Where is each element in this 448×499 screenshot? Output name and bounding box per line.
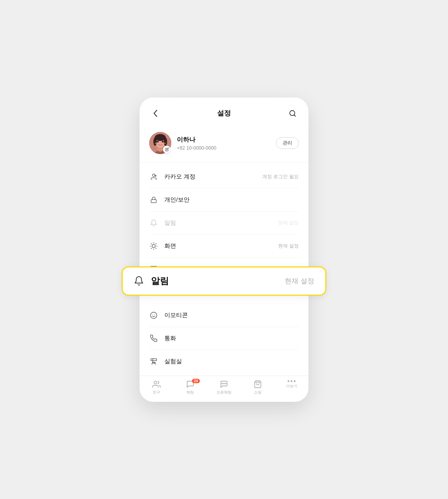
svg-point-9 [157,141,159,142]
nav-item-more[interactable]: 더보기 [275,380,308,395]
svg-rect-17 [151,200,156,203]
alarm-label: 알림 [151,275,169,287]
friends-icon [152,380,161,388]
avatar-wrapper [149,132,171,154]
privacy-label: 개인/보안 [164,196,190,204]
svg-point-18 [152,244,155,247]
profile-phone: +82 10-0000-0000 [177,145,276,151]
lab-icon [149,357,158,366]
sun-icon [149,242,158,251]
settings-header: 설정 [140,98,308,126]
openchat-nav-label: 오픈채팅 [216,390,232,395]
svg-point-34 [222,383,223,384]
shop-icon [254,380,262,388]
call-label: 통화 [164,334,176,342]
more-icon [287,380,296,382]
nav-item-shop[interactable]: 쇼핑 [241,380,275,395]
alarm-value: 현재 설정 [285,276,314,286]
profile-name: 이하나 [177,135,276,144]
openchat-icon [220,380,228,388]
svg-line-22 [156,248,156,248]
svg-point-13 [152,174,155,176]
svg-line-25 [151,248,152,248]
bell-icon-menu [149,218,158,227]
chat-nav-label: 채팅 [186,390,194,395]
notification-label: 알림 [164,219,176,227]
menu-item-emoticon[interactable]: 이모티콘 [140,304,308,327]
manage-button[interactable]: 관리 [276,137,299,149]
menu-item-lab[interactable]: 실험실 [140,350,308,373]
svg-point-37 [288,380,289,382]
svg-point-12 [163,142,166,144]
svg-point-10 [162,141,164,142]
profile-info: 이하나 +82 10-0000-0000 [177,135,276,151]
lab-label: 실험실 [164,357,182,365]
kakao-label: 카카오 계정 [164,173,195,181]
page-title: 설정 [217,109,231,118]
screen-label: 화면 [164,242,176,250]
phone-icon [149,334,158,343]
svg-point-33 [223,383,225,384]
nav-item-chat[interactable]: 24 채팅 [173,380,207,395]
screen-value: 현재 설정 [278,243,299,249]
more-nav-label: 더보기 [286,384,297,389]
svg-point-7 [153,138,157,146]
alarm-highlight-box[interactable]: 알림 현재 설정 [122,266,326,296]
notification-value: 현재 설정 [278,220,299,226]
menu-item-kakao[interactable]: 카카오 계정 계정 로그인 필요 [140,165,308,188]
emoticon-icon [149,311,158,320]
alarm-bell-icon [134,276,144,286]
chat-badge: 24 [192,379,200,383]
svg-line-26 [156,243,156,244]
svg-point-39 [294,380,296,382]
kakao-value: 계정 로그인 필요 [262,174,299,180]
svg-line-1 [294,115,295,116]
lock-icon [149,195,158,204]
nav-item-friends[interactable]: 친구 [140,380,173,395]
svg-point-32 [154,381,157,384]
emoticon-label: 이모티콘 [164,311,188,319]
bottom-nav: 친구 24 채팅 [140,376,308,402]
shop-nav-label: 쇼핑 [254,390,262,395]
phone-frame: 설정 [140,98,308,402]
svg-line-21 [151,243,152,244]
menu-item-call[interactable]: 통화 [140,327,308,350]
svg-point-38 [291,380,293,382]
svg-point-35 [225,383,226,384]
svg-point-28 [151,312,157,318]
menu-item-screen[interactable]: 화면 현재 설정 [140,235,308,257]
back-button[interactable] [149,107,162,120]
friends-nav-label: 친구 [153,390,160,395]
nav-item-openchat[interactable]: 오픈채팅 [207,380,241,395]
search-button[interactable] [286,107,299,120]
svg-point-11 [155,142,157,144]
avatar-edit-button[interactable] [163,146,171,153]
menu-item-notification[interactable]: 알림 현재 설정 [140,212,308,234]
svg-point-16 [156,175,156,176]
kakao-icon [149,172,158,181]
svg-point-8 [164,138,167,146]
profile-section: 이하나 +82 10-0000-0000 관리 [140,126,308,163]
menu-item-privacy[interactable]: 개인/보안 [140,189,308,211]
